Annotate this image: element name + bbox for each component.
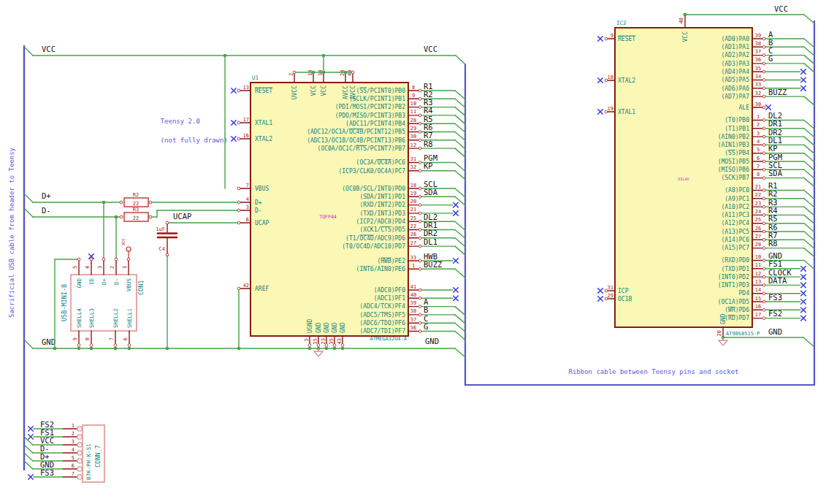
net-label-GND[interactable]: GND — [768, 251, 782, 260]
pin-name: GND — [332, 322, 338, 333]
net-label-BUZZ[interactable]: BUZZ — [424, 260, 442, 269]
wire — [804, 15, 814, 23]
pin-number: 2 — [110, 266, 115, 269]
wire — [804, 56, 814, 64]
net-label-R8[interactable]: R8 — [768, 239, 778, 248]
net-label-A[interactable]: A — [424, 297, 429, 306]
pin-name: (A13)PC5 — [721, 229, 749, 235]
pin-number: 4 — [85, 266, 91, 269]
net-label-CLOCK[interactable]: CLOCK — [768, 268, 792, 277]
pin-number: 7 — [72, 471, 74, 477]
net-label-D+[interactable]: D+ — [42, 191, 51, 200]
net-label-R2[interactable]: R2 — [768, 189, 778, 198]
pin-number: 2 — [757, 122, 760, 128]
net-label-SCL[interactable]: SCL — [424, 180, 437, 188]
net-label-R7[interactable]: R7 — [768, 231, 778, 240]
pin-name: (A14)PC6 — [721, 237, 749, 243]
wire — [804, 240, 814, 248]
conn7-pin-circle — [77, 443, 82, 447]
pin-number: 4 — [757, 139, 760, 145]
net-label-SDA[interactable]: SDA — [768, 169, 783, 177]
pin-name: (OC0B/SCL/INT0)PD0 — [342, 186, 405, 192]
pin-number: 18 — [410, 183, 416, 188]
net-label-GND[interactable]: GND — [42, 337, 56, 346]
pin-number: 3 — [757, 131, 760, 137]
pin-number: 41 — [410, 284, 416, 290]
net-label-VCC[interactable]: VCC — [42, 45, 56, 53]
pin-end-circle — [149, 215, 152, 218]
net-label-R6[interactable]: R6 — [424, 123, 433, 131]
pin-name: (ADC7/TDI)PF7 — [359, 328, 405, 335]
pin-end-circle — [120, 201, 123, 204]
net-label-KP[interactable]: KP — [424, 161, 433, 170]
net-label-KP[interactable]: KP — [768, 144, 778, 153]
net-label-C[interactable]: C — [768, 46, 773, 55]
net-label-DL2[interactable]: DL2 — [768, 111, 782, 120]
chip-ic2-value: DIL40 — [678, 177, 689, 181]
net-label-DATA[interactable]: DATA — [768, 276, 787, 285]
pin-name: D- — [113, 278, 120, 285]
net-label-R6[interactable]: R6 — [768, 223, 778, 232]
net-label-GND[interactable]: GND — [768, 327, 782, 336]
net-label-R3[interactable]: R3 — [768, 198, 778, 207]
net-label-DL1[interactable]: DL1 — [424, 237, 437, 246]
chip-ic2-ref: IC2 — [616, 20, 627, 26]
net-label-SDA[interactable]: SDA — [424, 188, 438, 196]
pin-number: 9 — [72, 337, 78, 340]
net-label-FS2[interactable]: FS2 — [768, 309, 782, 318]
pin-number: 4 — [72, 447, 74, 453]
net-label-DR1[interactable]: DR1 — [768, 119, 782, 128]
pin-number: 27 — [755, 234, 761, 240]
pin-name: VCC — [321, 85, 327, 96]
resistor-value: 22 — [133, 215, 139, 221]
wire — [455, 307, 465, 316]
net-label-R2[interactable]: R2 — [424, 90, 433, 99]
net-label-R1[interactable]: R1 — [768, 181, 778, 190]
net-label-DR2[interactable]: DR2 — [768, 128, 782, 137]
wire — [24, 194, 33, 202]
net-label-BUZZ[interactable]: BUZZ — [768, 88, 787, 96]
net-label-R8[interactable]: R8 — [424, 140, 433, 148]
net-label-R5[interactable]: R5 — [768, 214, 778, 223]
net-label-UCAP[interactable]: UCAP — [173, 212, 191, 221]
pin-name: (A15)PC7 — [721, 245, 749, 251]
net-label-FS3[interactable]: FS3 — [768, 293, 782, 302]
junction-dot — [166, 347, 169, 351]
net-label-VCC[interactable]: VCC — [424, 45, 437, 53]
net-label-FS3[interactable]: FS3 — [40, 468, 54, 477]
pin-name: (AD0)PA0 — [721, 36, 749, 42]
net-label-C[interactable]: C — [424, 314, 428, 323]
net-label-SCL[interactable]: SCL — [768, 161, 782, 169]
net-label-R3[interactable]: R3 — [424, 98, 433, 107]
net-label-DR2[interactable]: DR2 — [424, 229, 437, 237]
net-label-D-[interactable]: D- — [42, 206, 51, 215]
net-label-R4[interactable]: R4 — [768, 206, 778, 215]
junction-dot — [341, 347, 345, 351]
wire — [24, 461, 33, 469]
wire — [804, 261, 814, 270]
net-label-R1[interactable]: R1 — [424, 82, 433, 91]
net-label-PGM[interactable]: PGM — [768, 153, 782, 161]
net-label-R7[interactable]: R7 — [424, 131, 433, 140]
net-label-FS1[interactable]: FS1 — [768, 259, 782, 268]
conn7-pin-circle — [77, 459, 82, 463]
net-label-VCC[interactable]: VCC — [774, 4, 788, 13]
net-label-HWB[interactable]: HWB — [424, 252, 437, 261]
net-label-B[interactable]: B — [768, 38, 773, 47]
wire — [804, 169, 814, 178]
net-label-R5[interactable]: R5 — [424, 115, 433, 123]
net-label-DL1[interactable]: DL1 — [768, 136, 782, 145]
pin-name: SHELL2 — [112, 308, 119, 328]
pin-name: (SCLK/PCINT1)PB1 — [349, 96, 405, 102]
net-label-R4[interactable]: R4 — [424, 106, 433, 115]
pin-number: 6 — [123, 337, 129, 340]
net-label-DL2[interactable]: DL2 — [424, 213, 437, 221]
pin-number: 1 — [122, 266, 128, 269]
net-label-DR1[interactable]: DR1 — [424, 221, 437, 229]
net-label-PGM[interactable]: PGM — [424, 153, 437, 162]
net-label-B[interactable]: B — [424, 305, 428, 314]
net-label-A[interactable]: A — [768, 30, 773, 39]
net-label-GND[interactable]: GND — [425, 337, 439, 345]
net-label-G[interactable]: G — [768, 54, 773, 63]
net-label-G[interactable]: G — [424, 322, 428, 331]
